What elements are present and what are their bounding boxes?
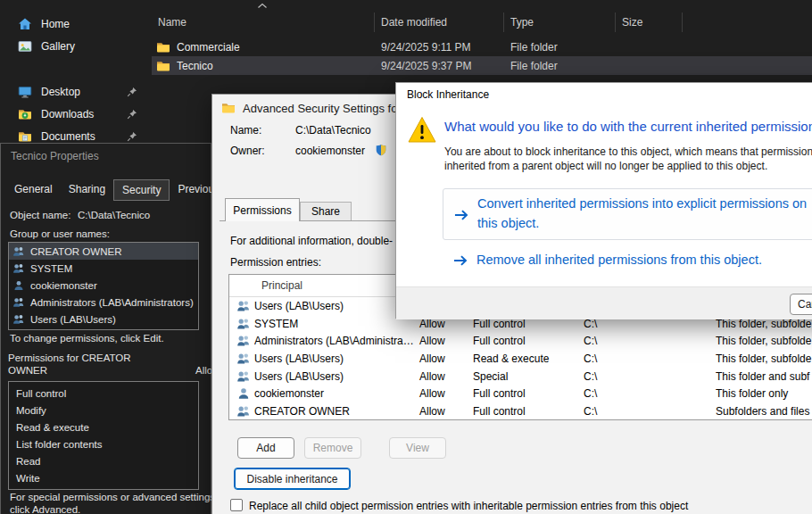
desktop-screen: Home Gallery Desktop Downloads Documents [0,0,812,514]
column-header-size[interactable]: Size [616,12,683,32]
owner-label: Owner: [230,145,265,157]
tab-general[interactable]: General [6,179,61,201]
command-link-text: Convert inherited permissions into expli… [477,196,807,211]
documents-icon [18,129,32,144]
sidebar-item-home[interactable]: Home [0,12,148,35]
permission-item-read[interactable]: Read [9,452,198,469]
group-item-users[interactable]: Users (LAB\Users) [9,311,198,327]
permission-entry-row[interactable]: Users (LAB\Users) Allow Special C:\ This… [229,368,812,386]
column-header-name[interactable]: Name [152,12,375,32]
block-inheritance-titlebar[interactable]: Block Inheritance [396,83,812,106]
warning-icon [407,115,437,145]
group-icon [236,404,251,419]
dialog-main-instruction: What would you like to do with the curre… [444,119,812,134]
pin-icon [127,87,137,97]
sidebar-item-desktop[interactable]: Desktop [0,80,148,103]
sidebar-item-downloads[interactable]: Downloads [0,103,148,125]
group-icon [236,299,251,313]
replace-permissions-checkbox[interactable] [230,499,243,511]
cancel-button[interactable]: Cancel [790,294,812,315]
tab-security[interactable]: Security [113,179,170,201]
sort-ascending-icon [257,3,268,9]
disable-inheritance-button[interactable]: Disable inheritance [234,468,351,490]
arrow-right-icon [454,209,469,221]
name-label: Name: [230,124,261,137]
permission-item-list-folder-contents[interactable]: List folder contents [9,435,198,452]
group-icon [12,262,25,275]
user-icon [12,279,25,292]
group-item-creator-owner[interactable]: CREATOR OWNER [9,243,198,260]
object-name-value: C:\Data\Tecnico [78,210,150,220]
permission-entry-row[interactable]: Administrators (LAB\Administrators) Allo… [229,332,812,350]
file-list-header: Name Date modified Type Size [152,12,812,32]
name-value: C:\Data\Tecnico [295,124,371,137]
permission-entry-row[interactable]: cookiemonster Allow Full control C:\ Thi… [229,385,812,402]
block-inheritance-title: Block Inheritance [407,88,489,101]
group-item-system[interactable]: SYSTEM [9,260,198,277]
file-row-tecnico[interactable]: Tecnico 9/24/2025 9:37 PM File folder [152,56,812,75]
arrow-right-icon [453,254,468,267]
group-item-administrators[interactable]: Administrators (LAB\Administrators) [9,294,198,311]
permission-entry-row[interactable]: CREATOR OWNER Allow Full control C:\ Sub… [229,402,812,420]
group-icon [236,317,251,331]
column-header-date-modified[interactable]: Date modified [375,12,504,32]
sidebar-item-label: Documents [41,130,95,143]
gallery-icon [18,39,32,54]
owner-value: cookiemonster [295,145,365,157]
permission-item-read-execute[interactable]: Read & execute [9,419,198,435]
tab-permissions[interactable]: Permissions [225,198,300,221]
tab-share[interactable]: Share [300,202,352,221]
group-icon [236,369,251,384]
group-item-cookiemonster[interactable]: cookiemonster [9,277,198,294]
explorer-sidebar: Home Gallery Desktop Downloads Documents [0,12,148,147]
block-inheritance-dialog: Block Inheritance What would you like to… [395,82,812,319]
column-header-principal[interactable]: Principal [261,279,302,292]
file-row-commerciale[interactable]: Commerciale 9/24/2025 9:11 PM File folde… [152,37,812,56]
group-icon [12,245,25,258]
permission-entries-label: Permission entries: [230,256,321,269]
command-link-text: Remove all inherited permissions from th… [476,253,762,267]
permission-item-write[interactable]: Write [9,469,198,486]
convert-permissions-command-link[interactable]: Convert inherited permissions into expli… [443,188,812,240]
advanced-hint-text: click Advanced. [10,504,80,514]
advanced-hint-text: For special permissions or advanced sett… [10,492,218,502]
home-icon [18,17,32,31]
group-icon [236,334,251,348]
file-date-cell: 9/24/2025 9:11 PM [375,41,504,54]
folder-icon [156,40,170,54]
permission-item-full-control[interactable]: Full control [9,385,198,402]
edit-hint-text: To change permissions, click Edit. [10,333,164,344]
dialog-body-text: inherited from a parent object will no l… [444,160,767,172]
tecnico-properties-dialog: Tecnico Properties General Sharing Secur… [0,143,211,514]
replace-permissions-label: Replace all child object permission entr… [249,500,688,512]
sidebar-spacer [0,57,148,80]
dialog-footer: Cancel [396,286,812,319]
tab-sharing[interactable]: Sharing [61,179,113,201]
permissions-for-label: OWNER [8,365,47,376]
sidebar-item-label: Gallery [41,40,75,53]
uac-shield-icon [375,144,387,156]
add-button[interactable]: Add [237,437,294,459]
group-icon [12,313,25,326]
permission-entry-row[interactable]: Users (LAB\Users) Allow Read & execute C… [229,350,812,368]
permission-item-modify[interactable]: Modify [9,402,198,419]
pin-icon [127,131,137,142]
additional-info-text: For additional information, double- [230,235,393,247]
permissions-listbox: Full control Modify Read & execute List … [8,381,199,490]
properties-titlebar[interactable]: Tecnico Properties [11,150,99,162]
file-type-cell: File folder [504,60,616,72]
remove-button[interactable]: Remove [304,437,361,459]
view-button[interactable]: View [389,437,446,459]
file-date-cell: 9/24/2025 9:37 PM [375,60,504,72]
group-icon [236,352,251,366]
file-name-cell: Commerciale [152,40,375,54]
permissions-for-label: Permissions for CREATOR [8,352,131,363]
sidebar-item-label: Home [41,18,70,30]
folder-icon [221,101,236,115]
dialog-body-text: You are about to block inheritance to th… [444,145,812,158]
desktop-icon [18,85,32,99]
sidebar-item-gallery[interactable]: Gallery [0,35,148,57]
column-header-type[interactable]: Type [504,12,616,32]
group-user-names-label: Group or user names: [10,228,110,239]
object-name-label: Object name: [10,210,70,220]
